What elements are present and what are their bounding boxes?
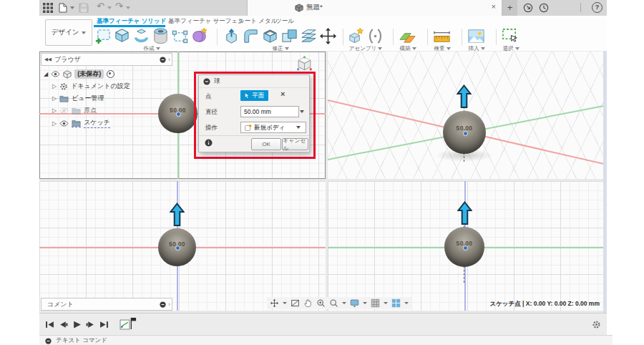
grid-caret-icon[interactable] [384,302,388,304]
timeline-step-back-icon[interactable] [59,320,68,329]
file-menu-caret-icon[interactable] [70,6,74,9]
modeling-canvas[interactable]: 50.00 50.00 [39,51,607,313]
browser-row-sketches[interactable]: ▷ スケッチ [52,118,110,128]
sphere-body[interactable]: 50.00 [158,94,197,133]
browser-row-origin[interactable]: ▷ 原点 [52,106,97,115]
zoom-window-icon[interactable] [329,298,338,308]
text-command-bar[interactable]: テキスト コマンド [39,335,613,345]
visibility-eye-off-icon[interactable] [59,107,69,114]
redo-caret-icon[interactable] [126,6,130,9]
clear-selection-icon[interactable]: × [280,89,285,98]
collapse-panel-icon[interactable]: ◀◀ [42,57,54,62]
pan-icon[interactable] [303,298,313,308]
help-icon[interactable]: ? [592,2,602,13]
browser-row-document-settings[interactable]: ▷ ドキュメントの設定 [52,82,130,91]
cancel-button[interactable]: キャンセル [282,138,308,150]
orbit-icon[interactable] [270,298,279,308]
tree-item-label[interactable]: ドキュメントの設定 [71,82,130,91]
save-icon[interactable] [79,3,89,13]
panel-options-icon[interactable] [160,57,166,63]
tree-item-label[interactable]: 原点 [84,106,97,115]
timeline-go-start-icon[interactable] [45,320,54,329]
offset-face-icon[interactable] [300,27,318,45]
create-sketch-icon[interactable] [94,27,112,45]
undo-caret-icon[interactable] [107,6,112,9]
grid-settings-icon[interactable] [371,298,380,308]
fillet-icon[interactable] [242,27,260,45]
activate-component-radio[interactable] [107,70,114,78]
manipulator-arrow-icon[interactable] [170,203,185,227]
viewport-top[interactable]: 50.00 [39,181,326,311]
zoom-window-caret-icon[interactable] [342,302,346,304]
insert-image-icon[interactable] [467,27,485,45]
dialog-header[interactable]: 球 [199,75,309,88]
close-tab-icon[interactable]: × [492,2,496,11]
hole-icon[interactable] [152,27,170,45]
sphere-body[interactable]: 50.00 [158,228,196,266]
visibility-eye-icon[interactable] [59,120,69,127]
create-form-icon[interactable] [190,27,208,45]
browser-panel-header[interactable]: ◀◀ ブラウザ › [41,53,172,66]
visibility-eye-icon[interactable] [51,71,60,77]
sketch-point[interactable] [463,246,468,251]
data-panel-icon[interactable] [43,3,53,13]
document-tab[interactable]: 無題* × [247,0,502,16]
document-root-label[interactable]: (未保存) [74,69,104,79]
look-at-icon[interactable] [291,298,300,308]
expand-triangle-icon[interactable]: ▷ [52,107,57,114]
manipulator-arrow-icon[interactable] [457,84,472,109]
browser-root-row[interactable]: ◢ (未保存) [44,69,114,79]
press-pull-icon[interactable] [223,27,240,45]
new-tab-button[interactable]: + [502,0,517,16]
select-icon[interactable] [502,27,519,45]
browser-row-named-views[interactable]: ▷ ビュー管理 [52,94,104,103]
timeline-go-end-icon[interactable] [99,320,109,329]
dialog-collapse-icon[interactable] [203,78,210,85]
timeline-sketch-feature-icon[interactable] [119,319,130,330]
point-selection-button[interactable]: 平面 [240,90,268,101]
panel-chevron-icon[interactable]: › [168,56,170,63]
display-settings-icon[interactable] [350,298,359,308]
undo-icon[interactable]: ↶ [97,1,104,11]
viewports-caret-icon[interactable] [404,302,409,304]
ribbon-tab-surface[interactable]: 基準フィーチャ サーフェス [168,17,244,26]
orbit-caret-icon[interactable] [283,302,287,304]
sketch-point[interactable] [463,131,468,136]
operation-dropdown-icon[interactable] [296,126,301,129]
move-copy-icon[interactable] [319,27,337,45]
display-caret-icon[interactable] [363,302,367,304]
diameter-dropdown-icon[interactable] [300,110,304,113]
expand-triangle-icon[interactable]: ▷ [52,120,57,127]
sphere-dialog[interactable]: 球 点 平面 × 直径 50.00 mm 操作 新規ボディ [198,74,310,152]
expand-triangle-icon[interactable]: ▷ [52,95,57,102]
ribbon-tab-sheetmetal[interactable]: シート メタル [238,17,277,26]
construction-plane-icon[interactable] [399,27,416,45]
workspace-selector-button[interactable]: デザイン [45,19,92,46]
combine-icon[interactable] [280,27,298,45]
panel-options-icon[interactable] [160,301,166,308]
joint-icon[interactable] [366,27,384,45]
panel-chevron-icon[interactable]: › [168,301,170,308]
manipulator-arrow-icon[interactable] [457,201,472,225]
zoom-icon[interactable] [316,298,326,308]
viewport-right[interactable]: 50.00 [328,181,605,311]
timeline-settings-gear-icon[interactable] [592,320,601,329]
sphere-body[interactable]: 50.00 [443,111,486,154]
viewport-home[interactable]: 50.00 [328,52,605,179]
expand-triangle-icon[interactable]: ▷ [52,83,57,89]
timeline-play-icon[interactable] [72,320,82,329]
diameter-input[interactable]: 50.00 mm [240,106,299,117]
new-component-icon[interactable] [347,27,365,45]
ok-button[interactable]: OK [251,138,281,150]
tree-item-label[interactable]: ビュー管理 [72,94,104,103]
timeline-step-forward-icon[interactable] [86,320,95,329]
sphere-body[interactable]: 50.00 [444,227,484,267]
revolve-icon[interactable] [132,27,150,45]
pattern-icon[interactable] [171,27,189,45]
shell-icon[interactable] [261,27,279,45]
sketch-point[interactable] [175,246,180,251]
extrude-icon[interactable] [113,27,131,45]
job-status-icon[interactable] [523,3,533,13]
notification-center-icon[interactable] [539,3,549,13]
viewports-icon[interactable] [391,298,401,308]
